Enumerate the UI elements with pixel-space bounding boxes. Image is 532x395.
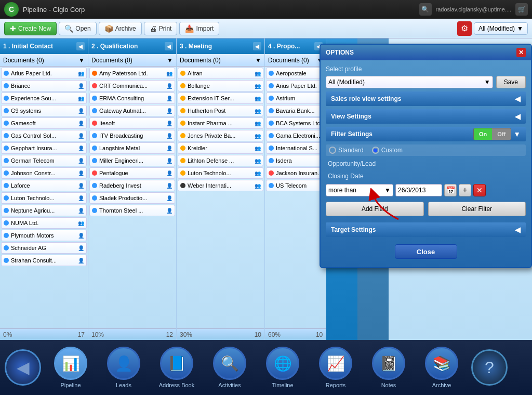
nav-item-notes[interactable]: 📓 Notes	[363, 343, 415, 392]
standard-radio[interactable]: Standard	[329, 147, 364, 154]
list-item[interactable]: Bavaria Bank...	[266, 105, 325, 116]
col-documents-dropdown[interactable]: Documents (0) ▼	[177, 54, 264, 67]
nav-item-activities[interactable]: 🔍 Activities	[204, 343, 256, 392]
clear-filter-button[interactable]: Clear Filter	[428, 202, 526, 216]
collapse-icon[interactable]: ◀	[253, 42, 261, 50]
list-item[interactable]: Radeberg Invest👤	[89, 180, 175, 191]
save-button[interactable]: Save	[496, 76, 526, 88]
list-item[interactable]: Plymouth Motors👤	[1, 230, 87, 241]
col-footer-meeting: 30% 10	[177, 328, 264, 340]
list-item[interactable]: Briance👤	[1, 80, 87, 91]
list-item[interactable]: NUMA Ltd.👥	[1, 217, 87, 229]
list-item[interactable]: Neptune Agricu...👤	[1, 205, 87, 216]
list-item[interactable]: ERMA Consulting👤	[89, 93, 175, 104]
profile-dropdown[interactable]: All (Modified) ▼	[326, 76, 493, 88]
custom-radio[interactable]: Custom	[372, 147, 403, 154]
list-item[interactable]: Langshire Metal👤	[89, 142, 175, 154]
list-item[interactable]: German Telecom👤	[1, 155, 87, 166]
list-item[interactable]: Astrium	[266, 93, 325, 104]
col-documents-dropdown[interactable]: Documents (0) ▼	[0, 54, 88, 67]
archive-button[interactable]: 📦 Archive	[99, 22, 142, 35]
remove-condition-button[interactable]: ✕	[473, 184, 486, 196]
list-item[interactable]: Strahan Consult...👤	[1, 255, 87, 266]
filter-toggle-off[interactable]: Off	[492, 128, 511, 140]
list-item[interactable]: Weber Internati...👥	[178, 180, 263, 191]
col-title: 4 . Propo...	[268, 43, 300, 50]
list-item[interactable]: Extension IT Ser...👥	[178, 93, 263, 104]
close-button[interactable]: Close	[395, 244, 457, 259]
filter-toggle-on[interactable]: On	[474, 128, 492, 140]
list-item[interactable]: BCA Systems Ltd.	[266, 117, 325, 129]
col-documents-dropdown[interactable]: Documents (0) ▼	[88, 54, 176, 67]
col-items-qualification: Amy Patetrson Ltd.👥 CRT Communica...👤 ER…	[88, 67, 176, 328]
settings-icon[interactable]: ⚙	[457, 21, 472, 36]
count-label: 10	[255, 331, 261, 338]
list-item[interactable]: Johnson Constr...👤	[1, 167, 87, 179]
list-item[interactable]: Kreidler👥	[178, 142, 263, 154]
list-item[interactable]: Arius Paper Ltd.	[266, 80, 325, 91]
list-item[interactable]: CRT Communica...👤	[89, 80, 175, 91]
list-item[interactable]: Jones Private Ba...👥	[178, 130, 263, 141]
list-item[interactable]: International S...	[266, 142, 325, 154]
back-button[interactable]: ◀	[2, 343, 44, 392]
list-item[interactable]: Gama Electroni...	[266, 130, 325, 141]
view-settings-section[interactable]: View Settings ◀	[326, 109, 526, 124]
list-item[interactable]: Luton Technolo...👤	[1, 192, 87, 204]
list-item[interactable]: Lithton Defense ...👥	[178, 155, 263, 166]
list-item[interactable]: Laforce👤	[1, 180, 87, 191]
date-picker-button[interactable]: 📅	[444, 184, 457, 196]
target-settings-section[interactable]: Target Settings ◀	[326, 222, 526, 237]
list-item[interactable]: Isdera	[266, 155, 325, 166]
dialog-titlebar: OPTIONS ✕	[321, 45, 531, 60]
list-item[interactable]: Arius Paper Ltd.👥	[1, 68, 87, 79]
add-condition-button[interactable]: +	[459, 184, 471, 196]
col-items-meeting: Altran👥 Bollange👥 Extension IT Ser...👥 H…	[177, 67, 264, 328]
list-item[interactable]: Pentalogue👤	[89, 167, 175, 179]
progress-label: 30%	[180, 331, 192, 338]
nav-item-timeline[interactable]: 🌐 Timeline	[257, 343, 309, 392]
list-item[interactable]: Altran👥	[178, 68, 263, 79]
list-item[interactable]: G9 systems👤	[1, 105, 87, 116]
list-item[interactable]: Gas Control Sol...👤	[1, 130, 87, 141]
list-item[interactable]: Bollange👥	[178, 80, 263, 91]
nav-item-reports[interactable]: 📈 Reports	[310, 343, 362, 392]
nav-item-archive[interactable]: 📚 Archive	[416, 343, 468, 392]
list-item[interactable]: Gamesoft👤	[1, 117, 87, 129]
nav-item-leads[interactable]: 👤 Leads	[98, 343, 150, 392]
print-button[interactable]: 🖨 Print	[144, 22, 178, 35]
collapse-icon[interactable]: ◀	[165, 42, 173, 50]
collapse-icon[interactable]: ◀	[76, 42, 85, 50]
dropdown-arrow: ▼	[255, 57, 261, 64]
list-item[interactable]: Schneider AG👤	[1, 242, 87, 254]
list-item[interactable]: Luton Technolo...👥	[178, 167, 263, 179]
dialog-close-button[interactable]: ✕	[516, 48, 526, 57]
col-documents-dropdown[interactable]: Documents (0) ▼	[265, 54, 326, 67]
list-item[interactable]: Itesoft👤	[89, 117, 175, 129]
import-button[interactable]: 📥 Import	[179, 22, 219, 35]
profile-selector[interactable]: All (Modified) ▼	[474, 22, 528, 35]
list-item[interactable]: Gepphart Insura...👤	[1, 142, 87, 154]
search-icon[interactable]: 🔍	[419, 3, 432, 16]
help-button[interactable]: ?	[469, 343, 510, 392]
nav-item-address-book[interactable]: 📘 Address Book	[151, 343, 203, 392]
list-item[interactable]: Gateway Autmat...👤	[89, 105, 175, 116]
bottom-navigation: ◀ 📊 Pipeline 👤 Leads 📘 Address Book 🔍 Ac…	[0, 340, 532, 395]
list-item[interactable]: Sladek Productio...👤	[89, 192, 175, 204]
list-item[interactable]: US Telecom	[266, 180, 325, 191]
open-button[interactable]: 🔍 Open	[59, 22, 96, 35]
list-item[interactable]: Experience Sou...👥	[1, 93, 87, 104]
list-item[interactable]: Hutherton Post👥	[178, 105, 263, 116]
list-item[interactable]: Miller Engineeri...👤	[89, 155, 175, 166]
custom-label: Custom	[381, 147, 403, 154]
list-item[interactable]: Aeropostale	[266, 68, 325, 79]
cart-icon[interactable]: 🛒	[515, 3, 528, 16]
create-new-button[interactable]: ✚ Create New	[4, 22, 57, 35]
list-item[interactable]: Instant Pharma ...👥	[178, 117, 263, 129]
list-item[interactable]: Jackson Insuran...	[266, 167, 325, 179]
nav-item-pipeline[interactable]: 📊 Pipeline	[45, 343, 97, 392]
filter-settings-section[interactable]: Filter Settings On Off ▼	[326, 127, 526, 141]
sales-role-section[interactable]: Sales role view settings ◀	[326, 91, 526, 106]
list-item[interactable]: ITV Broadcasting👤	[89, 130, 175, 141]
list-item[interactable]: Thornton Steel ...👤	[89, 205, 175, 216]
list-item[interactable]: Amy Patetrson Ltd.👥	[89, 68, 175, 79]
